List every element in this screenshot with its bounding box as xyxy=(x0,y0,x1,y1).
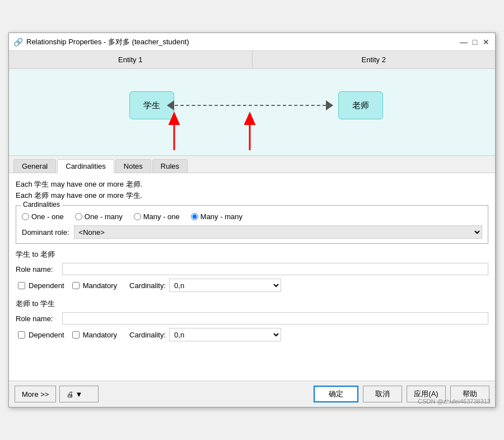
dominant-select[interactable]: <None> xyxy=(74,225,482,239)
print-icon: 🖨 xyxy=(67,390,74,399)
dominant-label: Dominant role: xyxy=(22,228,69,237)
content-area: Each 学生 may have one or more 老师. Each 老师… xyxy=(9,173,495,381)
section1-cardinality-select[interactable]: 0,n xyxy=(169,279,281,292)
entity2-label: 老师 xyxy=(352,100,369,111)
radio-options: One - one One - many Many - one Many - m… xyxy=(22,212,482,221)
section2-role-input[interactable] xyxy=(62,312,488,325)
section2-cardinality-label: Cardinality: xyxy=(129,331,166,339)
section1-title: 学生 to 老师 xyxy=(16,249,488,260)
entity1-label: 学生 xyxy=(143,100,160,111)
radio-one-many-input[interactable] xyxy=(75,213,82,220)
section1-checkbox-row: Dependent Mandatory Cardinality: 0,n xyxy=(18,279,488,292)
arrow-head-right xyxy=(326,100,333,110)
main-window: 🔗 Relationship Properties - 多对多 (teacher… xyxy=(8,33,496,407)
description-line2: Each 老师 may have one or more 学生. xyxy=(16,190,488,201)
tab-general[interactable]: General xyxy=(13,159,56,173)
tab-cardinalities[interactable]: Cardinalities xyxy=(57,159,114,173)
annotation-arrows xyxy=(9,69,495,155)
section1-mandatory-label: Mandatory xyxy=(83,281,117,290)
section2-dependent-checkbox[interactable] xyxy=(18,331,25,339)
cancel-button[interactable]: 取消 xyxy=(363,386,402,402)
print-button[interactable]: 🖨 ▼ xyxy=(59,386,99,402)
cardinalities-group: Cardinalities One - one One - many Many … xyxy=(16,205,488,244)
section2-checkbox-row: Dependent Mandatory Cardinality: 0,n xyxy=(18,328,488,341)
radio-many-many[interactable]: Many - many xyxy=(191,212,242,221)
radio-one-one[interactable]: One - one xyxy=(22,212,64,221)
tab-notes[interactable]: Notes xyxy=(115,159,151,173)
entity1-header: Entity 1 xyxy=(9,51,253,68)
window-icon: 🔗 xyxy=(13,38,23,47)
entity2-header: Entity 2 xyxy=(253,51,496,68)
connector-line xyxy=(175,105,326,106)
dominant-row: Dominant role: <None> xyxy=(22,225,482,239)
section1-role-row: Role name: xyxy=(16,263,488,275)
title-buttons: — □ ✕ xyxy=(459,38,491,47)
section2-mandatory-label: Mandatory xyxy=(83,331,117,339)
section2-cardinality-select[interactable]: 0,n xyxy=(169,328,281,341)
arrow-head-left xyxy=(167,100,174,110)
radio-one-many[interactable]: One - many xyxy=(75,212,123,221)
window-title: Relationship Properties - 多对多 (teacher_s… xyxy=(26,37,189,47)
confirm-button[interactable]: 确定 xyxy=(314,386,358,402)
radio-one-one-input[interactable] xyxy=(22,213,29,220)
section2-dependent-label: Dependent xyxy=(29,331,64,339)
tab-rules[interactable]: Rules xyxy=(152,159,188,173)
section1-dependent-checkbox[interactable] xyxy=(18,282,25,289)
section2-mandatory-checkbox[interactable] xyxy=(72,331,80,339)
more-button[interactable]: More >> xyxy=(15,386,56,402)
cardinalities-group-label: Cardinalities xyxy=(21,201,62,209)
section2-role-label: Role name: xyxy=(16,314,58,323)
section1-dependent-label: Dependent xyxy=(29,281,64,290)
title-bar: 🔗 Relationship Properties - 多对多 (teacher… xyxy=(9,33,495,51)
section2: 老师 to 学生 Role name: Dependent Mandatory … xyxy=(16,299,488,341)
footer-left: More >> 🖨 ▼ xyxy=(15,386,99,402)
minimize-button[interactable]: — xyxy=(459,38,468,47)
radio-many-one-input[interactable] xyxy=(134,213,141,220)
radio-many-one[interactable]: Many - one xyxy=(134,212,180,221)
section1-mandatory-checkbox[interactable] xyxy=(72,282,80,289)
section2-role-row: Role name: xyxy=(16,312,488,325)
diagram-area: 学生 老师 xyxy=(9,69,495,156)
print-dropdown-icon: ▼ xyxy=(75,390,82,399)
close-button[interactable]: ✕ xyxy=(482,38,491,47)
section1-role-label: Role name: xyxy=(16,265,58,274)
description-line1: Each 学生 may have one or more 老师. xyxy=(16,179,488,190)
tabs-area: General Cardinalities Notes Rules xyxy=(9,156,495,173)
section1-cardinality-label: Cardinality: xyxy=(129,281,166,290)
title-bar-left: 🔗 Relationship Properties - 多对多 (teacher… xyxy=(13,37,189,47)
section1-role-input[interactable] xyxy=(62,263,488,275)
maximize-button[interactable]: □ xyxy=(470,38,479,47)
footer: More >> 🖨 ▼ 确定 取消 应用(A) 帮助 CSDN @zhufei4… xyxy=(9,381,495,407)
section1: 学生 to 老师 Role name: Dependent Mandatory … xyxy=(16,249,488,292)
section2-title: 老师 to 学生 xyxy=(16,299,488,309)
entity-header: Entity 1 Entity 2 xyxy=(9,51,495,69)
radio-many-many-input[interactable] xyxy=(191,213,198,220)
description-text: Each 学生 may have one or more 老师. Each 老师… xyxy=(16,179,488,201)
watermark: CSDN @zhufei463738313 xyxy=(418,398,491,405)
entity2-box: 老师 xyxy=(338,91,383,119)
